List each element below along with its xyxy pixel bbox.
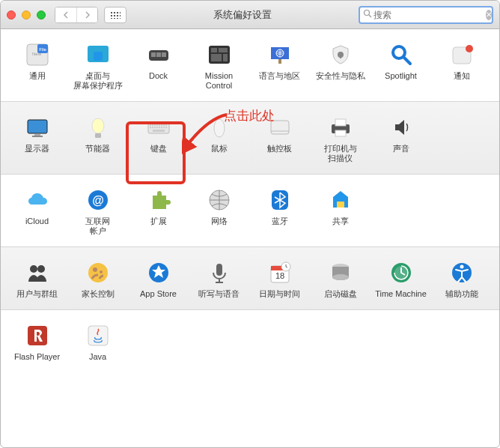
svg-line-23 <box>403 57 410 64</box>
svg-rect-40 <box>165 124 167 126</box>
pref-startup[interactable]: 启动磁盘 <box>310 256 371 302</box>
svg-rect-39 <box>163 124 165 126</box>
trackpad-icon <box>266 114 293 141</box>
extensions-icon <box>145 187 172 214</box>
pref-label: 扩展 <box>150 217 167 226</box>
pref-dictation[interactable]: 听写与语音 <box>189 256 249 302</box>
pref-mission-control[interactable]: Mission Control <box>189 38 249 94</box>
nav-back-forward <box>55 7 98 23</box>
appstore-icon <box>145 259 172 286</box>
svg-point-65 <box>100 270 103 273</box>
svg-rect-16 <box>223 54 228 61</box>
pref-internet-accounts[interactable]: @ 互联网 帐户 <box>67 184 128 239</box>
svg-text:New: New <box>32 52 42 56</box>
pref-label: 桌面与 屏幕保护程序 <box>73 71 123 91</box>
pref-label: 鼠标 <box>211 144 228 154</box>
accessibility-icon <box>448 259 475 286</box>
svg-text:18: 18 <box>275 271 284 280</box>
svg-rect-28 <box>34 134 40 136</box>
pref-bluetooth[interactable]: 蓝牙 <box>249 184 310 239</box>
chevron-right-icon <box>85 11 91 19</box>
forward-button[interactable] <box>76 7 97 22</box>
grid-icon <box>110 11 121 19</box>
pref-parental[interactable]: 家长控制 <box>67 256 128 302</box>
pref-label: 日期与时间 <box>259 289 300 299</box>
svg-rect-31 <box>95 133 101 138</box>
pref-accessibility[interactable]: 辅助功能 <box>431 256 492 302</box>
pref-label: iCloud <box>25 217 49 226</box>
svg-rect-44 <box>156 127 158 128</box>
svg-rect-43 <box>154 127 156 128</box>
datetime-icon: 18 <box>266 259 293 286</box>
pref-icloud[interactable]: iCloud <box>7 184 67 239</box>
prefs-section-1: FileNew 通用 桌面与 屏幕保护程序 Dock Mis <box>1 29 499 102</box>
pref-trackpad[interactable]: 触控板 <box>249 111 310 166</box>
chevron-left-icon <box>63 11 69 19</box>
svg-rect-33 <box>150 124 151 126</box>
pref-security[interactable]: 安全性与隐私 <box>310 38 371 94</box>
printer-icon <box>327 114 354 141</box>
pref-extensions[interactable]: 扩展 <box>128 184 189 239</box>
dock-icon <box>145 41 172 68</box>
clear-search-icon[interactable]: ✕ <box>486 10 492 20</box>
pref-label: 通知 <box>454 71 470 81</box>
pref-desktop[interactable]: 桌面与 屏幕保护程序 <box>67 38 128 94</box>
notifications-icon <box>448 41 475 68</box>
pref-network[interactable]: 网络 <box>189 184 249 239</box>
zoom-icon[interactable] <box>37 10 46 19</box>
pref-dock[interactable]: Dock <box>128 38 189 94</box>
pref-flash[interactable]: Flash Player <box>7 319 67 365</box>
pref-datetime[interactable]: 18 日期与时间 <box>249 256 310 302</box>
svg-rect-13 <box>211 48 217 52</box>
energy-icon <box>85 114 112 141</box>
pref-general[interactable]: FileNew 通用 <box>7 38 67 94</box>
svg-rect-67 <box>216 264 222 276</box>
pref-timemachine[interactable]: Time Machine <box>371 256 431 302</box>
svg-rect-35 <box>154 124 156 126</box>
svg-rect-48 <box>165 127 167 128</box>
svg-rect-34 <box>152 124 153 126</box>
bluetooth-icon <box>266 187 293 214</box>
minimize-icon[interactable] <box>22 10 31 19</box>
pref-displays[interactable]: 显示器 <box>7 111 67 166</box>
svg-point-0 <box>365 10 370 16</box>
pref-users[interactable]: 用户与群组 <box>7 256 67 302</box>
prefs-section-5: Flash Player Java <box>1 310 499 372</box>
svg-point-77 <box>460 265 463 269</box>
close-icon[interactable] <box>7 10 16 19</box>
pref-energy[interactable]: 节能器 <box>67 111 128 166</box>
svg-text:@: @ <box>92 194 104 207</box>
pref-appstore[interactable]: App Store <box>128 256 189 302</box>
traffic-lights <box>7 10 46 19</box>
pref-notifications[interactable]: 通知 <box>431 38 492 94</box>
svg-rect-45 <box>159 127 160 128</box>
pref-sharing[interactable]: 共享 <box>310 184 371 239</box>
pref-language[interactable]: 语言与地区 <box>249 38 310 94</box>
pref-label: 用户与群组 <box>16 289 58 299</box>
keyboard-icon <box>145 114 172 141</box>
pref-label: Mission Control <box>205 71 233 91</box>
titlebar: 系统偏好设置 ✕ <box>1 1 499 29</box>
prefs-section-4: 用户与群组 家长控制 App Store 听写与语音 <box>1 247 499 310</box>
show-all-button[interactable] <box>104 7 126 23</box>
pref-sound[interactable]: 声音 <box>371 111 431 166</box>
search-icon <box>363 9 372 20</box>
pref-mouse[interactable]: 鼠标 <box>189 111 249 166</box>
language-icon <box>266 41 293 68</box>
pref-printers[interactable]: 打印机与 扫描仪 <box>310 111 371 166</box>
icloud-icon <box>24 187 51 214</box>
pref-label: 蓝牙 <box>272 217 288 226</box>
pref-keyboard[interactable]: 键盘 <box>128 111 189 166</box>
search-field[interactable]: ✕ <box>359 6 493 24</box>
svg-point-30 <box>92 118 104 133</box>
sharing-icon <box>327 187 354 214</box>
pref-java[interactable]: Java <box>67 319 128 365</box>
flash-icon <box>24 322 51 349</box>
window-title: 系统偏好设置 <box>132 8 353 22</box>
pref-spotlight[interactable]: Spotlight <box>371 38 431 94</box>
pref-label: 启动磁盘 <box>324 289 357 299</box>
svg-rect-47 <box>163 127 165 128</box>
svg-rect-7 <box>94 52 103 61</box>
back-button[interactable] <box>55 7 76 22</box>
search-input[interactable] <box>374 10 486 20</box>
